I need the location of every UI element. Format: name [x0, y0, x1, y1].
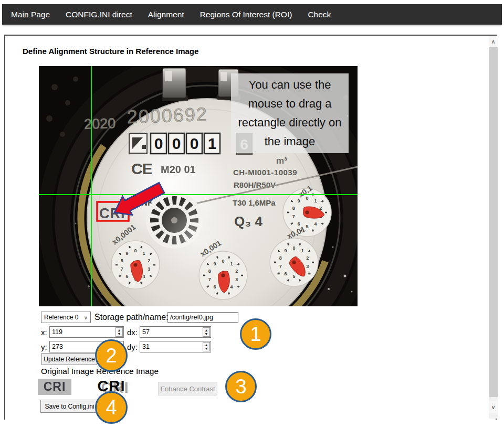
svg-text:0: 0 [134, 248, 136, 253]
svg-text:8: 8 [292, 206, 295, 211]
svg-text:4: 4 [142, 274, 145, 279]
svg-text:2: 2 [148, 258, 150, 263]
svg-text:2: 2 [306, 255, 309, 261]
svg-text:1: 1 [142, 251, 145, 256]
x-spinner[interactable]: ▲ ▼ [116, 327, 123, 337]
svg-text:4: 4 [230, 284, 233, 290]
spinner-up-icon[interactable]: ▲ [205, 328, 208, 332]
original-image-label: Original Image [41, 367, 94, 376]
svg-text:Q₃ 4: Q₃ 4 [234, 213, 262, 229]
spinner-down-icon[interactable]: ▼ [205, 332, 208, 336]
dial-x0-001: 0123456789 [199, 251, 247, 299]
top-navbar: Main Page CONFIG.INI direct Alignment Re… [2, 4, 502, 25]
step-circle-4: 4 [95, 391, 128, 424]
nav-main-page[interactable]: Main Page [11, 10, 50, 19]
svg-text:2020: 2020 [84, 115, 116, 132]
storage-path-label: Storage path/name: [94, 313, 169, 322]
svg-text:7: 7 [292, 214, 295, 219]
original-image-thumbnail: CRI [38, 379, 71, 395]
thumbnail-captions: Original Image Reference Image [41, 367, 159, 376]
chevron-down-icon: ∨ [84, 315, 90, 320]
svg-text:6: 6 [126, 274, 129, 279]
vertical-scrollbar[interactable]: ∧ ∨ [489, 36, 498, 419]
svg-text:M20 01: M20 01 [161, 164, 196, 175]
svg-text:9: 9 [214, 261, 216, 266]
svg-text:R80H/R50V: R80H/R50V [234, 180, 276, 189]
svg-text:9: 9 [285, 248, 287, 253]
svg-text:0: 0 [306, 196, 308, 201]
svg-text:2000692: 2000692 [127, 103, 208, 127]
storage-path-input[interactable] [167, 312, 238, 323]
y-label: y: [41, 343, 47, 351]
dial-x0-1: 0123456789 [283, 188, 331, 237]
x-label: x: [41, 328, 47, 337]
svg-text:m³: m³ [276, 156, 287, 166]
x-input[interactable] [49, 326, 124, 338]
drag-hint-overlay: You can use the mouse to drag a rectangl… [231, 73, 349, 153]
svg-text:8: 8 [208, 269, 211, 274]
svg-text:8: 8 [121, 258, 123, 263]
scroll-down-icon: ∨ [491, 404, 495, 411]
svg-text:9: 9 [298, 198, 300, 204]
svg-text:1: 1 [301, 248, 303, 253]
spinner-down-icon[interactable]: ▼ [118, 332, 121, 336]
svg-text:0: 0 [172, 135, 181, 152]
svg-text:7: 7 [208, 277, 211, 282]
svg-text:9: 9 [126, 251, 129, 256]
nav-config-ini-direct[interactable]: CONFIG.INI direct [66, 10, 132, 19]
dx-spinner[interactable]: ▲ ▼ [203, 327, 210, 337]
scroll-up-icon: ∧ [491, 38, 495, 45]
nav-alignment[interactable]: Alignment [148, 10, 184, 19]
reference-select[interactable]: Reference 0 ∨ [41, 312, 91, 323]
save-to-config-button[interactable]: Save to Config.ini [40, 400, 99, 413]
svg-text:4: 4 [314, 221, 317, 227]
svg-text:5: 5 [306, 224, 308, 229]
svg-text:1: 1 [314, 198, 317, 204]
svg-text:5: 5 [292, 274, 295, 279]
svg-text:7: 7 [279, 264, 282, 269]
step-circle-1: 1 [240, 318, 271, 350]
svg-text:6: 6 [214, 284, 216, 290]
nav-check[interactable]: Check [308, 10, 331, 19]
svg-text:0: 0 [292, 245, 295, 251]
step-circle-3: 3 [225, 371, 257, 402]
svg-text:0: 0 [190, 135, 199, 152]
svg-text:1: 1 [230, 261, 233, 266]
scrollbar-up-button[interactable]: ∧ [489, 36, 498, 47]
svg-text:8: 8 [279, 255, 282, 261]
reference-select-value: Reference 0 [41, 314, 84, 321]
dy-spinner[interactable]: ▲ ▼ [203, 342, 210, 351]
svg-text:1: 1 [208, 135, 217, 152]
svg-text:T30 1,6MPa: T30 1,6MPa [233, 198, 276, 207]
reference-image[interactable]: 2020 2000692 0 0 0 1 6 [39, 66, 358, 306]
svg-text:0: 0 [222, 259, 224, 264]
spinner-down-icon[interactable]: ▼ [205, 347, 208, 350]
dial-x0-0001: 0123456789 [111, 241, 160, 289]
page-title: Define Alignment Structure in Reference … [23, 47, 198, 56]
svg-text:CH-MI001-10039: CH-MI001-10039 [233, 168, 297, 177]
update-reference-button[interactable]: Update Reference [41, 353, 97, 365]
scrollbar-down-button[interactable]: ∨ [489, 401, 498, 413]
svg-text:3: 3 [306, 264, 309, 269]
nav-regions-of-interest[interactable]: Regions Of Interest (ROI) [200, 10, 292, 19]
dx-input[interactable] [140, 326, 211, 338]
scrollbar-thumb[interactable] [489, 47, 498, 397]
dy-label: dy: [127, 343, 138, 351]
svg-text:6: 6 [298, 221, 300, 227]
enhance-contrast-button[interactable]: Enhance Contrast [158, 382, 217, 395]
svg-text:0: 0 [154, 135, 163, 152]
svg-text:CE: CE [131, 160, 152, 177]
svg-text:6: 6 [285, 271, 287, 276]
svg-text:3: 3 [235, 277, 238, 282]
dx-label: dx: [127, 328, 138, 337]
dial-x0-01: 0123456789 [270, 238, 318, 286]
svg-text:3: 3 [148, 266, 150, 272]
dy-input[interactable] [140, 341, 211, 352]
chrome-clip-left [162, 68, 188, 101]
spinner-up-icon[interactable]: ▲ [118, 328, 121, 332]
spinner-up-icon[interactable]: ▲ [205, 343, 208, 347]
svg-text:2: 2 [235, 269, 238, 274]
svg-text:7: 7 [121, 266, 123, 272]
step-circle-2: 2 [95, 339, 128, 372]
